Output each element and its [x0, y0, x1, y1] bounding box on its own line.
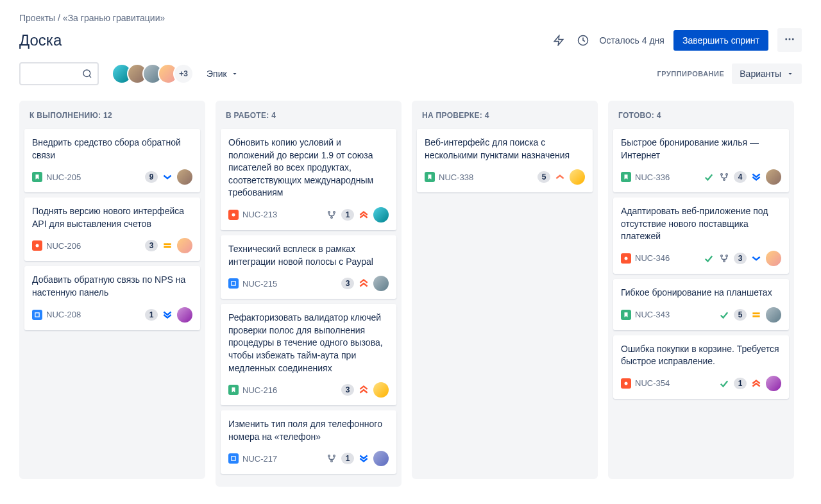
svg-point-3 — [789, 38, 791, 40]
issue-key: NUC-338 — [439, 172, 473, 182]
breadcrumb[interactable]: Проекты / «За гранью гравитации» — [19, 13, 802, 23]
card-title: Добавить обратную связь по NPS на настен… — [32, 274, 192, 299]
avatar-more[interactable]: +3 — [173, 63, 194, 84]
search-input[interactable] — [19, 62, 99, 85]
svg-point-5 — [83, 70, 90, 77]
assignee-avatar[interactable] — [373, 451, 389, 466]
assignee-avatar[interactable] — [373, 207, 389, 223]
epic-filter[interactable]: Эпик — [207, 69, 239, 79]
issue-key: NUC-336 — [635, 172, 670, 182]
issue-key: NUC-216 — [242, 385, 277, 395]
svg-marker-0 — [554, 35, 563, 45]
issue-key: NUC-215 — [242, 279, 277, 289]
assignee-avatar[interactable] — [766, 169, 781, 185]
assignee-avatar[interactable] — [177, 169, 192, 185]
story-points-badge: 9 — [145, 171, 158, 183]
story-points-badge: 1 — [341, 453, 354, 464]
svg-rect-17 — [232, 457, 235, 460]
svg-line-6 — [89, 76, 91, 78]
bug-icon — [32, 240, 42, 251]
assignee-avatar[interactable] — [373, 382, 389, 398]
assignee-avatar[interactable] — [177, 238, 192, 253]
svg-point-27 — [721, 255, 723, 257]
card-title: Рефакторизовать валидатор ключей проверк… — [228, 312, 389, 374]
story-points-badge: 1 — [145, 309, 158, 321]
svg-point-14 — [331, 217, 333, 219]
task-icon — [32, 310, 42, 320]
issue-card[interactable]: Поднять версию нового интерфейса API для… — [24, 197, 200, 261]
issue-card[interactable]: Внедрить средство сбора обратной связи N… — [24, 129, 200, 192]
svg-point-22 — [721, 174, 723, 176]
issue-card[interactable]: Гибкое бронирование на планшетах NUC-343… — [613, 279, 789, 330]
issue-card[interactable]: Быстрое бронирование жилья — Интернет NU… — [613, 129, 789, 192]
chevron-down-icon — [231, 70, 239, 78]
priority-low-icon — [750, 253, 762, 264]
priority-lowest-icon — [162, 309, 173, 321]
board-column: К ВЫПОЛНЕНИЮ: 12Внедрить средство сбора … — [19, 101, 205, 479]
board-column: НА ПРОВЕРКЕ: 4Веб-интерфейс для поиска с… — [412, 101, 598, 479]
story-icon — [621, 310, 631, 320]
branch-icon — [326, 453, 337, 464]
card-title: Поднять версию нового интерфейса API для… — [32, 205, 192, 230]
assignee-avatar[interactable] — [373, 276, 389, 291]
check-icon — [703, 171, 715, 183]
svg-rect-10 — [35, 312, 39, 316]
assignee-filter[interactable]: +3 — [112, 63, 194, 84]
task-icon — [228, 278, 239, 289]
column-header: ГОТОВО: 4 — [618, 111, 784, 120]
svg-point-18 — [328, 455, 330, 457]
svg-point-2 — [785, 38, 787, 40]
issue-card[interactable]: Технический всплеск в рамках интеграции … — [221, 235, 396, 299]
card-title: Внедрить средство сбора обратной связи — [32, 137, 192, 162]
days-remaining: Осталось 4 дня — [600, 35, 664, 46]
branch-icon — [718, 253, 730, 264]
issue-card[interactable]: Рефакторизовать валидатор ключей проверк… — [221, 304, 396, 405]
priority-medium-icon — [750, 309, 762, 321]
bug-icon — [621, 253, 631, 264]
story-icon — [32, 172, 42, 182]
assignee-avatar[interactable] — [766, 251, 781, 266]
card-title: Гибкое бронирование на планшетах — [621, 287, 781, 299]
issue-card[interactable]: Изменить тип поля для телефонного номера… — [221, 410, 396, 474]
priority-lowest-icon — [750, 171, 762, 183]
svg-point-26 — [625, 256, 628, 260]
svg-point-33 — [625, 382, 628, 385]
card-title: Быстрое бронирование жилья — Интернет — [621, 137, 781, 162]
more-actions-button[interactable] — [777, 28, 802, 52]
group-label: ГРУППИРОВАНИЕ — [657, 70, 725, 78]
assignee-avatar[interactable] — [766, 376, 781, 391]
branch-icon — [718, 171, 730, 183]
svg-point-24 — [724, 179, 725, 181]
issue-key: NUC-206 — [46, 241, 81, 251]
svg-point-20 — [331, 460, 333, 462]
issue-card[interactable]: Адаптировать веб-приложение под отсутств… — [613, 197, 789, 274]
svg-point-11 — [232, 213, 235, 216]
complete-sprint-button[interactable]: Завершить спринт — [673, 30, 768, 51]
story-icon — [228, 385, 239, 395]
board-column: В РАБОТЕ: 4Обновить копию условий и поло… — [216, 101, 402, 487]
issue-card[interactable]: Ошибка покупки в корзине. Требуется быст… — [613, 335, 789, 399]
svg-point-29 — [724, 260, 725, 262]
issue-key: NUC-346 — [635, 253, 670, 263]
search-icon — [82, 69, 92, 79]
bug-icon — [621, 378, 631, 389]
issue-card[interactable]: Веб-интерфейс для поиска с несколькими п… — [417, 129, 593, 192]
assignee-avatar[interactable] — [570, 169, 585, 185]
assignee-avatar[interactable] — [177, 307, 192, 323]
priority-medium-icon — [162, 240, 173, 251]
issue-key: NUC-354 — [635, 378, 670, 388]
svg-rect-16 — [232, 281, 235, 285]
assignee-avatar[interactable] — [766, 307, 781, 323]
automation-icon[interactable] — [551, 33, 566, 48]
story-points-badge: 3 — [341, 384, 354, 396]
issue-card[interactable]: Обновить копию условий и положений до ве… — [221, 129, 396, 230]
story-icon — [425, 172, 435, 182]
clock-icon[interactable] — [575, 33, 591, 48]
group-select[interactable]: Варианты — [732, 63, 802, 84]
priority-highest-icon — [358, 209, 369, 221]
card-title: Адаптировать веб-приложение под отсутств… — [621, 205, 781, 243]
story-points-badge: 3 — [145, 240, 158, 251]
card-title: Обновить копию условий и положений до ве… — [228, 137, 389, 199]
issue-card[interactable]: Добавить обратную связь по NPS на настен… — [24, 266, 200, 330]
story-points-badge: 5 — [537, 171, 550, 183]
